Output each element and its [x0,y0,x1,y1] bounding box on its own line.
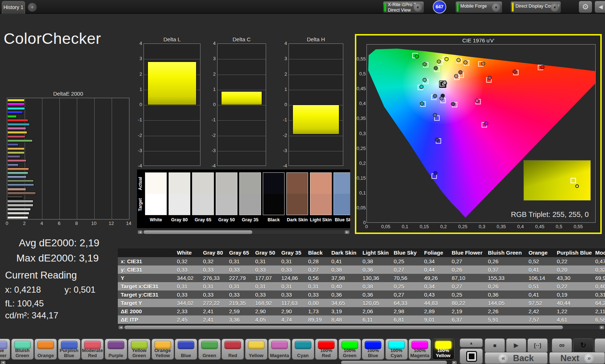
settings-button[interactable]: ⚙ [579,1,592,13]
scrollbar-thumb[interactable] [124,326,563,329]
source-dropdown[interactable]: Mobile Forge ▼ [455,1,502,13]
scroll-left-icon[interactable]: ◀ [138,230,142,234]
table-cell: 2,42 [526,307,554,315]
chart-title: Delta H [289,36,343,43]
patch-button-blue[interactable]: Blue [175,339,197,360]
patch-button-magenta[interactable]: Magenta [268,339,291,360]
de2000-bar-black [7,196,23,199]
meter-dropdown[interactable]: X-Rite i1Pro 3 Direct View ▼ [383,1,424,13]
cie-y-tick-label: 0,5 [356,71,366,76]
scrollbar-thumb[interactable] [144,230,252,234]
patch-button-purple[interactable]: Purple [105,339,127,360]
tab-history-1[interactable]: History 1 [2,1,25,14]
swatch-row-label: Target [138,195,144,214]
meter-count-badge[interactable]: 647 [433,0,446,13]
display-control-dropdown[interactable]: Direct Display Control ▼ [510,1,561,13]
patch-button-100-blue[interactable]: 100% Blue [362,339,384,360]
patch-button-100-yellow[interactable]: 100% Yellow [432,339,455,360]
de2000-bar-gray-80 [7,212,29,215]
x-tick-label: 12 [109,221,114,226]
refresh-measure-button[interactable]: ↻ [573,338,593,353]
cie-measured-marker: Blue Flower [440,97,443,100]
cie-1976-panel[interactable]: CIE 1976 u'v' White / GraysGray 80Gray 6… [355,34,602,234]
patch-button-bluish-green[interactable]: Bluish Green [11,339,34,360]
table-scrollbar[interactable]: ◀ ▶ [118,325,605,330]
table-row: ΔE ITP2,452,413,364,054,7489,198,486,116… [118,315,605,324]
table-cell: 0,41 [328,257,360,265]
cie-x-tick-label: 0,35 [497,224,506,229]
deltae2000-x-axis: 02468101214 [7,221,129,228]
table-cell: 0,47 [592,257,605,265]
patch-button-100-cyan[interactable]: 100% Cyan [385,339,408,360]
table-cell: 0,32 [592,265,605,274]
patch-button-orange[interactable]: Orange [34,339,57,360]
patch-button-orange-yellow[interactable]: Orange Yellow [152,339,174,360]
row-label: y: CIE31 [118,265,174,274]
scroll-right-icon[interactable]: ▶ [345,230,349,234]
deltae2000-plot [7,98,129,219]
table-cell: 0,22 [554,257,592,265]
stop-button[interactable]: ■ [485,338,505,353]
de2000-bar-orange-yellow [7,147,25,150]
patch-button-green[interactable]: Green [198,339,221,360]
de2000-bar-gray-35 [7,200,33,203]
column-header: Black [305,248,328,257]
plot-area [144,43,200,166]
patch-list-scrollbar[interactable]: ◀ ▶ [0,360,457,364]
patch-button-blue-flower[interactable]: Blue Flower [0,339,10,360]
add-tab-button[interactable]: + [28,3,37,12]
back-button[interactable]: « Back [485,352,548,364]
table-cell: 0,20 [554,265,592,274]
patch-button-moderate-red[interactable]: Moderate Red [81,339,104,360]
cie-x-tick-label: 0,1 [402,224,408,229]
table-cell: 0,31 [592,290,605,299]
swatch-gray-35 [239,172,261,215]
cie-measured-marker: Yellow Green [437,60,441,63]
collapse-panel-button[interactable]: ◀ [594,1,605,13]
scroll-up-button[interactable]: ▲ [460,338,483,347]
table-cell: 0,33 [305,290,328,299]
de2000-bar-100-blue [7,111,23,114]
scroll-right-icon[interactable]: ▶ [452,361,457,364]
meter-status-stripe [384,3,386,12]
swatch-strip-scrollbar[interactable]: ◀ ▶ [137,230,350,235]
pattern-window-button[interactable] [460,348,483,364]
table-cell: 0,51 [526,282,554,290]
patch-label: 100% Red [316,348,337,358]
scroll-left-icon[interactable]: ◀ [119,326,123,329]
stop-icon: ■ [493,342,496,348]
measure-series-button[interactable]: [··] [527,338,548,353]
next-button[interactable]: Next » [549,352,605,364]
continuous-measure-button[interactable]: ∞ [552,338,572,353]
cie-y-tick-label: 0,3 [356,131,366,136]
table-cell: 168,92 [252,299,278,307]
y-tick-label: -4 [208,163,216,168]
scrollbar-thumb[interactable] [341,361,447,364]
row-label: x: CIE31 [118,257,174,265]
column-header: Gray 80 [200,248,226,257]
patch-button-cyan[interactable]: Cyan [292,339,314,360]
table-cell: 2,06 [360,307,391,315]
table-cell: 344,02 [174,299,200,307]
de2000-bar-red [7,135,25,138]
table-cell: 5,91 [485,315,526,324]
table-cell: 4,61 [554,315,592,324]
patch-button-red[interactable]: Red [221,339,244,360]
patch-button-100-red[interactable]: 100% Red [315,339,337,360]
scroll-left-icon[interactable]: ◀ [1,361,5,364]
cie-measured-marker: 100% Red [540,65,544,69]
column-header: Purplish Blue [554,248,592,257]
patch-button-100-green[interactable]: 100% Green [339,339,361,360]
patch-button-purplish-blue[interactable]: Purplish Blue [58,339,80,360]
play-button[interactable]: ▶ [506,338,526,353]
patch-button-yellow-green[interactable]: Yellow Green [128,339,150,360]
y-tick-label: 1 [134,87,142,92]
y-tick-label: -2 [208,133,216,138]
extra-transport-button[interactable] [594,338,605,353]
table-row: Target x:CIE310,310,310,310,310,310,310,… [118,282,605,290]
scroll-right-icon[interactable]: ▶ [600,326,604,329]
table-cell: 6,11 [360,315,391,324]
patch-button-yellow[interactable]: Yellow [245,339,268,360]
chart-title: Delta C [217,36,266,43]
patch-button-100-magenta[interactable]: 100% Magenta [409,339,431,360]
